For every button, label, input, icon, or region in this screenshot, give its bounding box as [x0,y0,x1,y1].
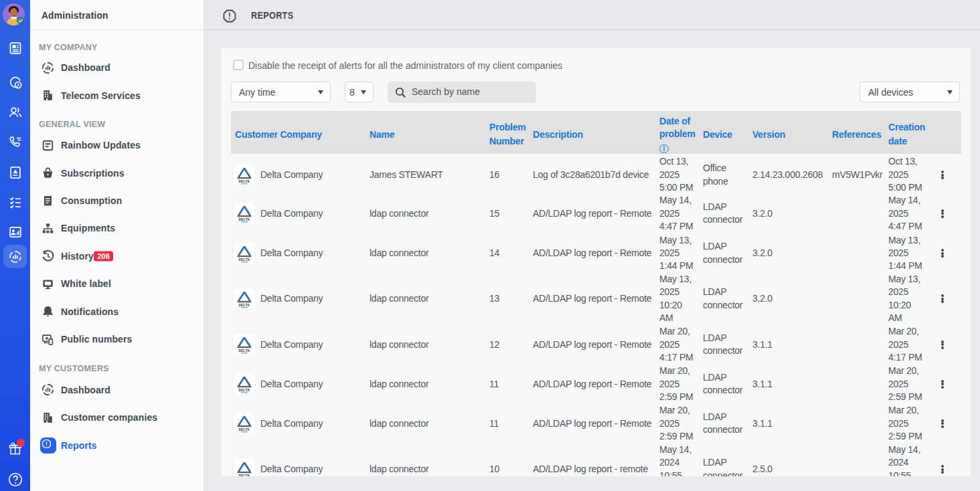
svg-text:DELTA: DELTA [239,179,250,183]
svg-text:DELTA: DELTA [239,349,250,353]
svg-text:DELTA: DELTA [239,304,250,307]
svg-text:DELTA: DELTA [239,428,250,431]
svg-text:DELTA: DELTA [239,258,250,261]
svg-text:DELTA: DELTA [239,474,250,476]
svg-text:DELTA: DELTA [239,218,250,221]
svg-text:DELTA: DELTA [239,389,250,392]
